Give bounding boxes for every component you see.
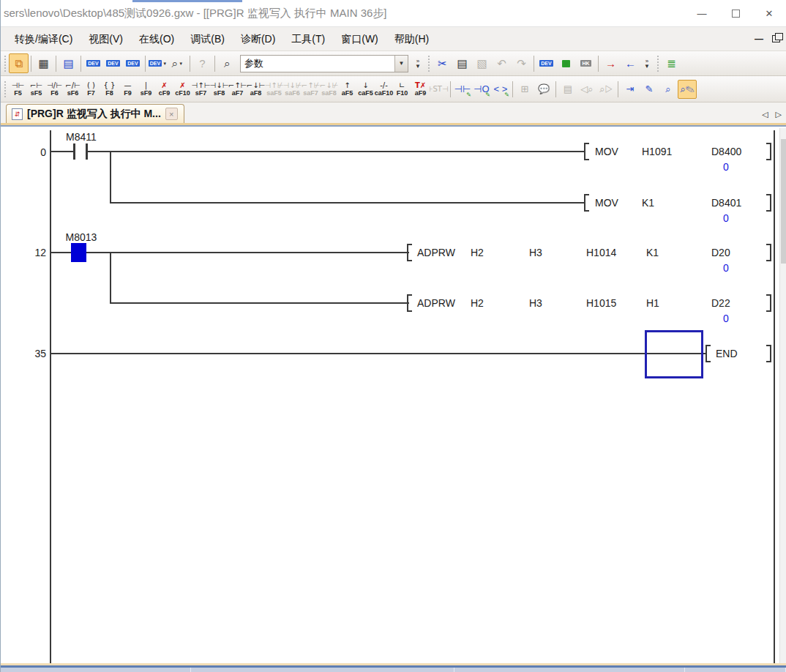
instruction-arg[interactable]: H2 — [471, 297, 484, 309]
write-mode-button[interactable]: ✎ — [640, 80, 659, 99]
project-view-button[interactable]: ⧉ — [9, 53, 29, 73]
ladder-fkey-button[interactable]: ↓ caF5 — [356, 78, 375, 100]
ladder-fkey-button[interactable]: ⌐↓⊢ aF8 — [247, 78, 265, 100]
ladder-fkey-button[interactable]: -/- caF10 — [375, 78, 393, 100]
ladder-fkey-button[interactable]: ⊣/⊢ F6 — [45, 78, 64, 100]
search-combo-value[interactable]: 参数 — [241, 57, 394, 70]
instruction-op[interactable]: MOV — [595, 197, 618, 209]
instruction-arg[interactable]: D8400 — [711, 146, 741, 157]
instruction-op[interactable]: END — [716, 348, 738, 359]
statement-button[interactable]: 💬 — [534, 80, 553, 99]
instruction-arg[interactable]: K1 — [646, 247, 659, 258]
ladder-fkey-button[interactable]: ⌐↑⊢ aF7 — [228, 78, 247, 100]
instruction-arg[interactable]: H3 — [529, 297, 542, 309]
ladder-editor[interactable]: 0 M8411 MOV H1091 D8400 0 MOV K1 D8401 0… — [1, 128, 786, 663]
edit-cursor[interactable] — [645, 330, 703, 378]
toolbar-grip[interactable] — [427, 56, 430, 72]
instruction-arg[interactable]: D8401 — [711, 197, 741, 209]
ladder-fkey-button[interactable]: ⌐↓⊬ saF8 — [320, 78, 338, 100]
monitor-write-mode-button[interactable]: ⌕✎ — [678, 80, 697, 99]
toolbar-overflow-button[interactable]: » ▼ — [413, 59, 423, 69]
child-minimize-button[interactable]: — — [755, 34, 763, 44]
tab-next-button[interactable]: ▷ — [776, 110, 782, 119]
ladder-fkey-button[interactable]: ⌐⊢ sF5 — [27, 78, 45, 100]
vertical-scrollbar[interactable] — [779, 128, 786, 663]
instruction-arg[interactable]: H1014 — [586, 247, 616, 258]
instruction-arg[interactable]: H1015 — [586, 297, 616, 309]
find-previous-button[interactable]: ◁⌕ — [577, 80, 596, 99]
instruction-op[interactable]: MOV — [595, 146, 618, 157]
minimize-button[interactable]: — — [685, 0, 719, 26]
find-next-button[interactable]: ⌕▷ — [596, 80, 615, 99]
window-list-button[interactable]: ▤ — [59, 53, 78, 73]
ladder-fkey-button[interactable]: ↑ aF5 — [338, 78, 356, 100]
redo-button[interactable]: ↷ — [512, 53, 531, 73]
scrollbar-thumb[interactable] — [781, 139, 786, 264]
instruction-arg[interactable]: H1 — [646, 297, 659, 309]
toolbar-grip[interactable] — [3, 56, 7, 72]
ladder-fkey-button[interactable]: — F9 — [119, 78, 137, 100]
ladder-fkey-button[interactable]: ✗ cF10 — [173, 78, 192, 100]
help-button[interactable]: ? — [192, 53, 212, 73]
instruction-op[interactable]: ADPRW — [417, 297, 455, 309]
instruction-arg[interactable]: D20 — [711, 247, 730, 258]
toolbar-overflow-button[interactable]: » ▼ — [642, 59, 652, 69]
read-from-plc-button[interactable]: ← — [621, 53, 640, 73]
transfer-setup-button[interactable]: ≣ — [662, 53, 681, 73]
zoom-tool-button[interactable]: ⌕▼ — [168, 53, 187, 73]
copy-button[interactable]: ▤ — [452, 53, 472, 73]
combo-dropdown-button[interactable]: ▼ — [394, 56, 408, 72]
ladder-fkey-button[interactable]: ⊣⊢ F5 — [9, 78, 27, 100]
instruction-arg[interactable]: H1091 — [642, 146, 672, 157]
module-configuration-button[interactable]: ▦ — [34, 53, 53, 73]
ladder-fkey-button[interactable]: ⊦ST⊣ — [430, 78, 448, 100]
ladder-fkey-button[interactable]: { } F8 — [100, 78, 119, 100]
screen-monitor-button[interactable]: ▣ — [556, 53, 576, 73]
instruction-arg[interactable]: D22 — [711, 297, 730, 309]
undo-button[interactable]: ↶ — [492, 53, 512, 73]
ladder-fkey-button[interactable]: ⌐↑⊬ saF7 — [302, 78, 320, 100]
ladder-fkey-button[interactable]: ⊣↓⊢ sF8 — [210, 78, 228, 100]
ladder-fkey-button[interactable]: ✗ cF9 — [155, 78, 173, 100]
menu-item[interactable]: 帮助(H) — [386, 29, 437, 48]
device-test-edit-button[interactable]: ⊣O✎ — [472, 80, 491, 99]
instruction-arg[interactable]: H2 — [471, 247, 484, 258]
menu-item[interactable]: 窗口(W) — [333, 29, 386, 48]
device-display-button[interactable]: DEV — [536, 53, 556, 73]
ladder-fkey-button[interactable]: ( ) F7 — [82, 78, 100, 100]
tab-prg-main[interactable]: ⇵ [PRG]R 监视写入 执行中 M... × — [6, 104, 184, 123]
ladder-fkey-button[interactable]: ⌐/⊢ sF6 — [64, 78, 82, 100]
toolbar-grip[interactable] — [3, 81, 7, 97]
ladder-fkey-button[interactable]: | sF9 — [137, 78, 155, 100]
menu-item[interactable]: 视图(V) — [81, 29, 131, 48]
contact-bar[interactable] — [73, 143, 75, 160]
toolbar-grip[interactable] — [656, 56, 659, 72]
menu-item[interactable]: 诊断(D) — [233, 29, 283, 48]
ladder-fkey-button[interactable]: ∟ F10 — [393, 78, 411, 100]
child-restore-button[interactable] — [772, 35, 780, 42]
find-button[interactable]: ⌕ — [217, 53, 237, 73]
device-find-button[interactable]: DEV — [83, 53, 103, 73]
menu-item[interactable]: 在线(O) — [131, 29, 182, 48]
monitor-mode-button[interactable]: ⌕ — [659, 80, 678, 99]
cut-button[interactable]: ✂ — [433, 53, 452, 73]
ladder-fkey-button[interactable]: ⊣↑⊢ sF7 — [192, 78, 210, 100]
device-batch-monitor-button[interactable]: DEV — [103, 53, 123, 73]
ladder-fkey-button[interactable]: ⊣↑⊬ saF5 — [265, 78, 283, 100]
menu-item[interactable]: 调试(B) — [182, 29, 233, 48]
menu-item[interactable]: 工具(T) — [283, 29, 333, 48]
close-button[interactable]: ✕ — [752, 0, 786, 26]
tab-close-button[interactable]: × — [165, 108, 178, 120]
menu-item[interactable]: 转换/编译(C) — [7, 29, 81, 48]
ladder-fkey-button[interactable]: T✗ aF9 — [411, 78, 430, 100]
maximize-button[interactable] — [719, 0, 752, 26]
device-test-button[interactable]: HK — [576, 53, 596, 73]
energized-contact[interactable] — [71, 243, 86, 262]
edit-compare-button[interactable]: < >✎ — [491, 80, 510, 99]
tab-prev-button[interactable]: ◁ — [762, 110, 768, 119]
paste-button[interactable]: ▧ — [472, 53, 492, 73]
instruction-arg[interactable]: K1 — [642, 197, 654, 209]
write-to-plc-button[interactable]: → — [601, 53, 621, 73]
device-comment-button[interactable]: ⊞ — [515, 80, 534, 99]
device-reference-button[interactable]: DEV — [123, 53, 143, 73]
